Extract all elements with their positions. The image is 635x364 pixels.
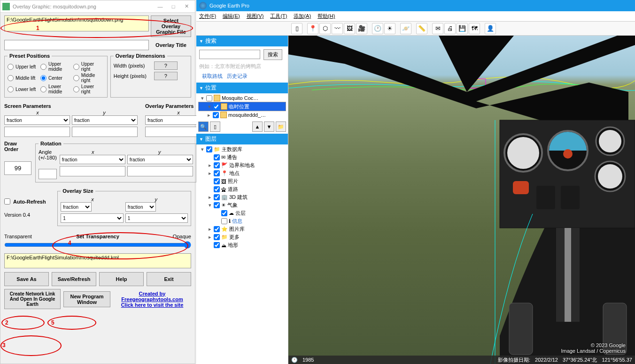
places-panel-header[interactable]: 位置 [196,83,288,93]
help-button[interactable]: Help [99,272,144,286]
save-refresh-button[interactable]: Save/Refresh [52,272,96,286]
layer-item[interactable]: 🖼照片 [198,177,286,185]
new-program-window-button[interactable]: New Program Window [63,291,110,307]
overlay-title-input[interactable] [4,40,149,50]
minimize-button[interactable]: — [154,4,167,9]
status-bar: 🕐 1985 影像拍摄日期: 2022/2/12 37°36'25.24"北 1… [288,356,635,364]
layer-item[interactable]: ▸📁更多 [198,233,286,241]
layer-item[interactable]: ▾☀气象 [198,201,286,209]
path-button[interactable]: 〰 [332,23,343,34]
search-input[interactable] [199,50,260,59]
rotation-group: Rotation Angle (+/-180) xy fraction frac… [35,141,196,182]
graphic-file-path[interactable]: F:\GoogleEarthFlightSimulation\mosquitod… [4,15,149,31]
places-item[interactable]: ▾临时位置 [198,102,286,111]
svg-rect-11 [561,186,580,209]
width-button[interactable]: ? [154,61,178,70]
draw-order-input[interactable] [4,161,31,175]
layer-item[interactable]: ✉通告 [198,153,286,161]
size-y-select[interactable]: fraction [125,202,156,212]
hide-sidebar-button[interactable]: ▯ [291,23,302,34]
view-in-maps-button[interactable]: 🗺 [469,23,480,34]
layer-item[interactable]: ℹ信息 [198,217,286,225]
exit-button[interactable]: Exit [147,272,191,286]
width-label: Width (pixels) [114,63,151,68]
rot-x-select[interactable]: fraction [60,155,125,164]
screen-y-select[interactable]: fraction [72,115,138,125]
menu-工具(T)[interactable]: 工具(T) [270,13,287,20]
screen-y-input[interactable] [72,127,138,137]
rot-y-select[interactable]: fraction [127,155,193,164]
places-down-btn[interactable]: ▼ [264,121,274,132]
created-by-link[interactable]: Created by Freegeographytools.com Click … [113,291,191,308]
ruler-button[interactable]: 📏 [416,23,427,34]
preset-lower-left[interactable]: Lower left [8,84,39,94]
menu-帮助(H)[interactable]: 帮助(H) [318,13,335,20]
layer-item[interactable]: ▸🚩边界和地名 [198,161,286,169]
print-button[interactable]: 🖨 [444,23,456,34]
preset-middle-lift[interactable]: Middle lift [8,73,39,83]
polygon-button[interactable]: ⬡ [319,23,331,34]
layer-item[interactable]: ▾📁主数据库 [198,145,286,153]
preset-middle-right[interactable]: Middle right [73,73,104,83]
screen-x-select[interactable]: fraction [4,115,70,125]
places-folder-btn[interactable]: 📁 [276,121,286,132]
places-item[interactable]: ▾Mosquito Coc… [198,94,286,102]
menu-文件(F)[interactable]: 文件(F) [199,13,216,20]
save-as-button[interactable]: Save As [4,272,49,286]
sign-in-button[interactable]: 👤 [485,23,496,34]
rot-y-input[interactable] [127,166,193,176]
toolbar: ▯ 📍 ⬡ 〰 🖼 🎥 🕐 ☀ 🪐 📏 ✉ 🖨 💾 🗺 👤 [196,22,635,36]
planet-button[interactable]: 🪐 [400,23,411,34]
size-x-select[interactable]: fraction [61,202,92,212]
places-item[interactable]: ▸mosquiteddd_… [198,111,286,119]
auto-refresh-checkbox[interactable] [4,198,10,205]
layer-item[interactable]: ▸🏢3D 建筑 [198,193,286,201]
email-button[interactable]: ✉ [432,23,443,34]
record-tour-button[interactable]: 🎥 [356,23,367,34]
preset-center[interactable]: Center [40,73,71,83]
placemark-button[interactable]: 📍 [307,23,318,34]
history-link[interactable]: 历史记录 [227,73,248,79]
layer-item[interactable]: ▸📍地点 [198,169,286,177]
preset-upper-middle[interactable]: Upper middle [40,61,71,72]
3d-viewport[interactable]: © 2023 Google Image Landsat / Copernicus… [288,36,635,364]
menu-编辑(E)[interactable]: 编辑(E) [223,13,240,20]
menu-视图(V)[interactable]: 视图(V) [247,13,264,20]
preset-upper-right[interactable]: Upper right [73,61,104,72]
size-x-value[interactable]: 1 [61,213,123,223]
angle-input[interactable] [39,169,57,179]
save-image-button[interactable]: 💾 [457,23,468,34]
places-search-btn[interactable]: 🔍 [198,121,209,132]
places-sep-btn[interactable]: ▯ [210,121,220,132]
history-slider-icon[interactable]: 🕐 [291,357,298,363]
screen-x-input[interactable] [4,127,70,137]
sun-button[interactable]: ☀ [384,23,395,34]
select-file-button[interactable]: Select Overlay Graphic File [151,15,191,37]
image-overlay-button[interactable]: 🖼 [344,23,355,34]
layers-panel-header[interactable]: 图层 [196,134,288,144]
places-up-btn[interactable]: ▲ [252,121,263,132]
create-network-link-button[interactable]: Create Network Link And Open In Google E… [4,289,61,309]
layer-item[interactable]: ▸⭐图片库 [198,225,286,233]
close-button[interactable]: ✕ [180,3,193,9]
height-button[interactable]: ? [154,72,178,80]
layer-item[interactable]: ⛰地形 [198,241,286,249]
preset-upper-left[interactable]: Upper left [8,61,39,72]
transparency-slider[interactable] [4,241,191,249]
preset-positions-group: Preset Positions Upper leftUpper middleU… [4,53,108,98]
kml-file-path[interactable]: F:\GoogleEarthFlightSimulation\mosquited… [4,253,191,268]
svg-rect-13 [565,228,571,322]
layer-item[interactable]: 🛣道路 [198,185,286,193]
preset-lower-middle[interactable]: Lower middle [40,84,71,94]
get-route-link[interactable]: 获取路线 [202,73,223,79]
menu-添加(A)[interactable]: 添加(A) [294,13,311,20]
search-panel-header[interactable]: 搜索 [196,36,288,46]
preset-lower-right[interactable]: Lower right [73,84,104,94]
rot-x-input[interactable] [60,166,125,176]
maximize-button[interactable]: □ [167,4,180,9]
search-button[interactable]: 搜索 [263,49,282,60]
overlay-graphic-window: Overlay Graphic: mosquitodown.png — □ ✕ … [0,0,195,364]
size-y-value[interactable]: 1 [125,213,188,223]
layer-item[interactable]: ☁云层 [198,209,286,217]
clock-button[interactable]: 🕐 [372,23,383,34]
